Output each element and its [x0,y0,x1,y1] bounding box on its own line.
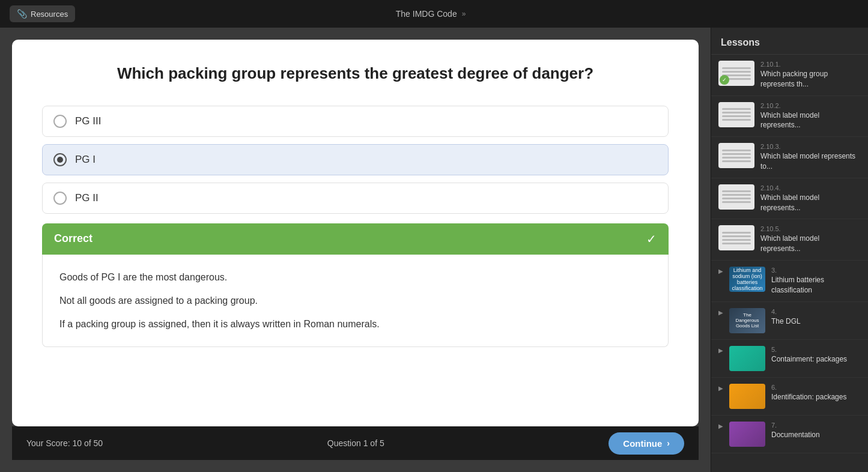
explanation-line-2: Not all goods are assigned to a packing … [59,292,651,309]
sidebar-item-lesson-6[interactable]: ▶ Lithium and sodium (ion) batteries cla… [711,261,868,302]
completed-badge-1: ✓ [720,75,729,85]
explanation-line-3: If a packing group is assigned, then it … [59,316,651,332]
question-counter: Question 1 of 5 [327,438,384,448]
thumb-packages-8 [729,346,765,371]
lesson-thumb-1: ✓ [718,61,754,86]
thumb-line [722,235,751,237]
lesson-thumb-4 [718,184,754,210]
bottom-bar: Your Score: 10 of 50 Question 1 of 5 Con… [12,426,699,460]
lesson-info-2: 2.10.2. Which label model represents... [760,102,861,131]
option-pg3[interactable]: PG III [42,106,669,137]
lesson-info-1: 2.10.1. Which packing group represents t… [760,61,861,89]
sidebar-item-lesson-10[interactable]: ▶ 7. Documentation [711,416,868,453]
thumb-line [722,194,751,196]
quiz-card: Which packing group represents the great… [12,40,699,426]
lesson-title-8: Containment: packages [771,354,861,365]
option-label-pg1: PG I [75,154,96,166]
thumb-lines-5 [718,225,754,250]
lesson-title-3: Which label model represents to... [760,151,861,172]
lesson-thumb-6: Lithium and sodium (ion) batteries class… [729,267,765,292]
arrow-right-icon: › [667,438,670,448]
sidebar-item-lesson-3[interactable]: 2.10.3. Which label model represents to.… [711,137,868,178]
correct-text: Correct [54,232,93,245]
main-layout: Which packing group represents the great… [0,28,868,472]
lesson-title-1: Which packing group represents th... [760,69,861,89]
thumb-dgl-7: The Dangerous Goods List [729,308,765,333]
thumb-line [722,115,751,117]
sidebar-item-lesson-2[interactable]: 2.10.2. Which label model represents... [711,96,868,138]
lesson-info-6: 3. Lithium batteries classification [771,267,861,295]
thumb-doc-10 [729,422,765,447]
sidebar-header: Lessons [711,28,868,55]
lesson-info-9: 6. Identification: packages [771,384,861,402]
thumb-line [722,112,751,113]
radio-pg3 [53,115,67,128]
content-area: Which packing group represents the great… [0,28,711,472]
lesson-number-5: 2.10.5. [760,225,861,232]
sidebar-item-lesson-9[interactable]: ▶ 6. Identification: packages [711,378,868,416]
thumb-line [722,157,751,159]
thumb-line [722,243,751,244]
lesson-info-8: 5. Containment: packages [771,346,861,365]
lesson-thumb-10 [729,422,765,447]
lesson-thumb-2 [718,102,754,127]
lesson-thumb-8 [729,346,765,371]
checkmark-icon: ✓ [646,232,657,246]
lesson-thumb-7: The Dangerous Goods List [729,308,765,333]
paperclip-icon: 📎 [17,9,27,19]
score-text: Your Score: 10 of 50 [26,438,103,448]
thumb-line [722,71,751,73]
option-label-pg2: PG II [75,192,99,204]
thumb-lines-2 [718,102,754,127]
option-pg1[interactable]: PG I [42,144,669,175]
play-icon-6: ▶ [718,268,723,274]
top-bar: 📎 Resources The IMDG Code » [0,0,868,28]
play-icon-9: ▶ [718,385,723,392]
thumb-lines-4 [718,184,754,210]
lesson-number-2: 2.10.2. [760,102,861,109]
sidebar-item-lesson-5[interactable]: 2.10.5. Which label model represents... [711,219,868,261]
lesson-number-6: 3. [771,267,861,274]
resources-label: Resources [31,10,68,19]
option-pg2[interactable]: PG II [42,183,669,214]
thumb-line [722,160,751,162]
lesson-info-7: 4. The DGL [771,308,861,327]
lesson-thumb-5 [718,225,754,250]
correct-banner: Correct ✓ [42,223,669,255]
thumb-line [722,198,751,199]
thumb-line [722,190,751,192]
options-list: PG III PG I PG II [42,106,669,214]
thumb-lines-3 [718,143,754,168]
breadcrumb: The IMDG Code » [396,9,466,19]
play-icon-8: ▶ [718,347,723,354]
lesson-info-3: 2.10.3. Which label model represents to.… [760,143,861,172]
chevron-right-icon: » [462,10,466,18]
sidebar-item-lesson-7[interactable]: ▶ The Dangerous Goods List 4. The DGL [711,302,868,340]
lesson-title-10: Documentation [771,430,861,440]
thumb-line [722,150,751,151]
thumb-blue-6: Lithium and sodium (ion) batteries class… [729,267,765,292]
explanation-box: Goods of PG I are the most dangerous. No… [42,255,669,348]
thumb-line [722,232,751,234]
option-label-pg3: PG III [75,115,101,127]
explanation-text: Goods of PG I are the most dangerous. No… [59,269,651,333]
question-text: Which packing group represents the great… [42,64,669,84]
resources-button[interactable]: 📎 Resources [10,5,75,22]
thumb-line [722,153,751,155]
thumb-id-9 [729,384,765,409]
lesson-info-10: 7. Documentation [771,422,861,440]
breadcrumb-text: The IMDG Code [396,9,457,19]
thumb-line [722,108,751,110]
radio-pg2 [53,192,67,205]
lesson-info-4: 2.10.4. Which label model represents... [760,184,861,213]
sidebar-item-lesson-1[interactable]: ✓ 2.10.1. Which packing group represents… [711,55,868,96]
sidebar-item-lesson-8[interactable]: ▶ 5. Containment: packages [711,340,868,378]
lesson-title-4: Which label model represents... [760,193,861,213]
lesson-number-10: 7. [771,422,861,429]
sidebar-item-lesson-4[interactable]: 2.10.4. Which label model represents... [711,178,868,220]
lesson-thumb-3 [718,143,754,168]
continue-button[interactable]: Continue › [609,432,684,455]
lesson-number-1: 2.10.1. [760,61,861,68]
thumb-line [722,239,751,241]
radio-pg1 [53,153,67,166]
